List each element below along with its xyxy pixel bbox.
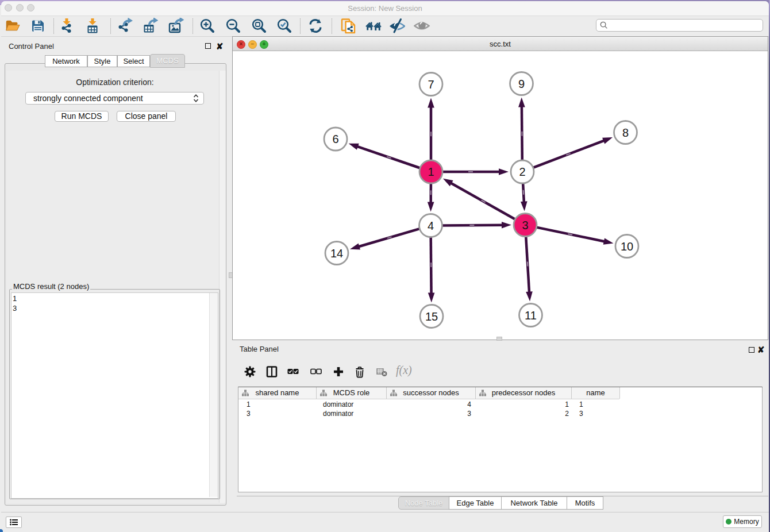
- svg-text:9: 9: [518, 78, 525, 90]
- svg-text:7: 7: [428, 78, 434, 91]
- svg-text:10: 10: [621, 240, 633, 253]
- svg-text:3: 3: [522, 219, 528, 232]
- svg-text:11: 11: [525, 309, 537, 322]
- svg-text:2: 2: [519, 165, 525, 178]
- svg-text:4: 4: [428, 219, 434, 232]
- svg-text:14: 14: [330, 247, 343, 260]
- svg-text:8: 8: [622, 126, 629, 139]
- svg-text:15: 15: [425, 310, 438, 323]
- svg-text:6: 6: [332, 133, 338, 145]
- svg-text:1: 1: [428, 165, 434, 178]
